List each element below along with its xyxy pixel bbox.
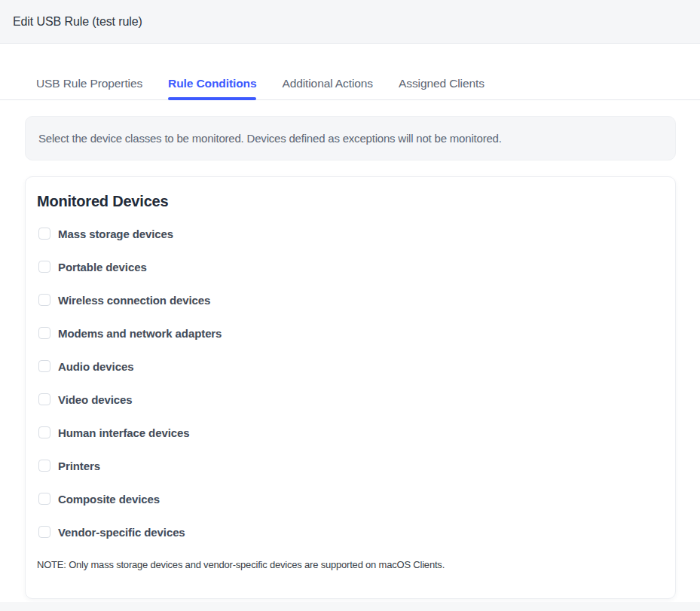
device-class-label[interactable]: Composite devices bbox=[58, 493, 160, 506]
device-class-row-mass-storage-devices[interactable]: Mass storage devices bbox=[38, 226, 664, 241]
tab-additional-actions[interactable]: Additional Actions bbox=[282, 77, 373, 99]
checkbox-human-interface-devices[interactable] bbox=[38, 426, 50, 438]
page-bottom-background bbox=[0, 602, 700, 611]
device-class-label[interactable]: Printers bbox=[58, 460, 100, 472]
device-class-row-printers[interactable]: Printers bbox=[38, 458, 664, 473]
tab-usb-rule-properties[interactable]: USB Rule Properties bbox=[36, 77, 142, 99]
device-class-label[interactable]: Vendor-specific devices bbox=[58, 526, 185, 539]
device-class-label[interactable]: Wireless connection devices bbox=[58, 294, 210, 307]
device-class-row-portable-devices[interactable]: Portable devices bbox=[38, 259, 664, 274]
checkbox-portable-devices[interactable] bbox=[38, 261, 50, 273]
device-class-label[interactable]: Portable devices bbox=[58, 261, 147, 273]
device-class-row-video-devices[interactable]: Video devices bbox=[38, 392, 664, 407]
checkbox-composite-devices[interactable] bbox=[38, 493, 50, 505]
tab-rule-conditions[interactable]: Rule Conditions bbox=[168, 77, 256, 99]
dialog-title: Edit USB Rule (test rule) bbox=[13, 15, 142, 29]
device-class-row-composite-devices[interactable]: Composite devices bbox=[38, 491, 664, 506]
card-title: Monitored Devices bbox=[37, 193, 664, 209]
device-class-row-audio-devices[interactable]: Audio devices bbox=[38, 359, 664, 374]
device-class-row-vendor-specific-devices[interactable]: Vendor-specific devices bbox=[38, 524, 664, 539]
info-banner: Select the device classes to be monitore… bbox=[25, 116, 676, 160]
dialog-header: Edit USB Rule (test rule) bbox=[0, 0, 700, 44]
device-class-row-human-interface-devices[interactable]: Human interface devices bbox=[38, 425, 664, 440]
device-class-label[interactable]: Human interface devices bbox=[58, 426, 189, 439]
device-class-label[interactable]: Video devices bbox=[58, 393, 132, 406]
device-class-row-modems-and-network-adapters[interactable]: Modems and network adapters bbox=[38, 325, 664, 341]
checkbox-vendor-specific-devices[interactable] bbox=[38, 526, 50, 538]
checkbox-video-devices[interactable] bbox=[38, 393, 50, 405]
tab-assigned-clients[interactable]: Assigned Clients bbox=[399, 77, 484, 99]
device-class-list: Mass storage devices Portable devices Wi… bbox=[37, 226, 664, 539]
checkbox-mass-storage-devices[interactable] bbox=[38, 228, 50, 240]
device-class-label[interactable]: Audio devices bbox=[58, 360, 133, 373]
checkbox-audio-devices[interactable] bbox=[38, 360, 50, 372]
device-class-label[interactable]: Mass storage devices bbox=[58, 228, 173, 240]
monitored-devices-card: Monitored Devices Mass storage devices P… bbox=[25, 176, 676, 599]
checkbox-modems-and-network-adapters[interactable] bbox=[38, 327, 50, 339]
checkbox-wireless-connection-devices[interactable] bbox=[38, 294, 50, 306]
tabs: USB Rule PropertiesRule ConditionsAdditi… bbox=[0, 77, 700, 100]
checkbox-printers[interactable] bbox=[38, 460, 50, 472]
macos-support-note: NOTE: Only mass storage devices and vend… bbox=[37, 559, 664, 570]
device-class-label[interactable]: Modems and network adapters bbox=[58, 327, 222, 340]
device-class-row-wireless-connection-devices[interactable]: Wireless connection devices bbox=[38, 292, 664, 307]
info-banner-text: Select the device classes to be monitore… bbox=[38, 132, 502, 145]
